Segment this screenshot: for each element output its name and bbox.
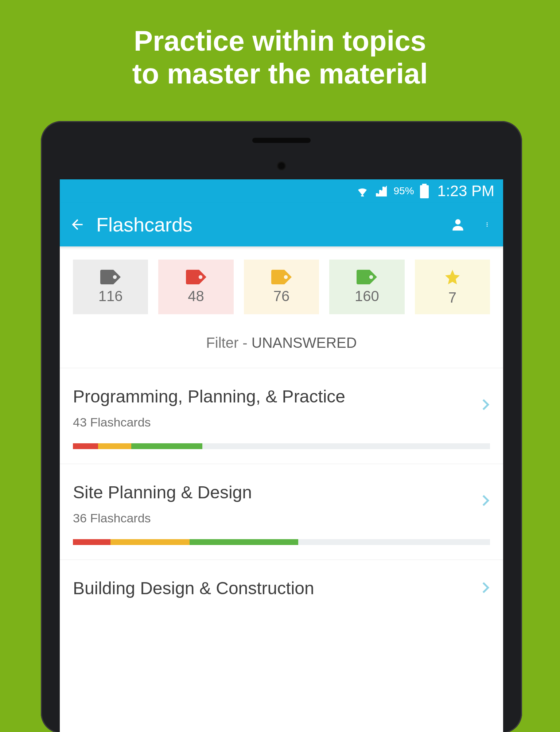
svg-rect-0 xyxy=(420,185,429,198)
tablet-camera xyxy=(277,161,286,171)
progress-yellow xyxy=(98,443,132,449)
topic-item[interactable]: Site Planning & Design 36 Flashcards xyxy=(60,464,503,560)
filter-count: 116 xyxy=(98,288,123,304)
tablet-frame: 95% 1:23 PM Flashcards 116 48 76 xyxy=(41,121,522,732)
promo-headline: Practice within topics to master the mat… xyxy=(0,0,560,90)
svg-point-3 xyxy=(487,222,488,223)
back-icon[interactable] xyxy=(69,217,85,233)
chevron-right-icon xyxy=(478,397,493,412)
tag-icon xyxy=(186,270,206,284)
filter-count: 7 xyxy=(448,289,456,306)
filter-tiles: 116 48 76 160 7 xyxy=(60,246,503,325)
progress-green xyxy=(131,443,202,449)
topic-item[interactable]: Building Design & Construction xyxy=(60,560,503,613)
tag-icon xyxy=(271,270,292,284)
topic-item[interactable]: Programming, Planning, & Practice 43 Fla… xyxy=(60,368,503,464)
filter-count: 48 xyxy=(188,288,204,304)
filter-tile-starred[interactable]: 7 xyxy=(415,260,490,314)
filter-count: 160 xyxy=(355,288,379,304)
topic-title: Site Planning & Design xyxy=(73,482,490,502)
topic-title: Programming, Planning, & Practice xyxy=(73,386,490,406)
filter-tile-unanswered[interactable]: 116 xyxy=(73,260,148,314)
star-icon xyxy=(443,268,462,286)
tablet-notch xyxy=(252,138,311,143)
topic-subtitle: 43 Flashcards xyxy=(73,415,490,429)
tag-icon xyxy=(100,270,121,284)
filter-label: Filter - UNANSWERED xyxy=(60,325,503,368)
progress-red xyxy=(73,443,98,449)
status-bar: 95% 1:23 PM xyxy=(60,179,503,203)
progress-bar xyxy=(73,443,490,449)
progress-green xyxy=(190,539,298,545)
chevron-right-icon xyxy=(478,580,493,595)
svg-point-5 xyxy=(487,226,488,227)
more-icon[interactable] xyxy=(486,217,491,233)
signal-icon xyxy=(375,184,388,198)
svg-point-4 xyxy=(487,224,488,225)
svg-point-8 xyxy=(284,275,288,279)
progress-yellow xyxy=(110,539,190,545)
topic-subtitle: 36 Flashcards xyxy=(73,511,490,525)
progress-red xyxy=(73,539,110,545)
progress-bar xyxy=(73,539,490,545)
topic-title: Building Design & Construction xyxy=(73,578,490,598)
status-time: 1:23 PM xyxy=(438,182,494,200)
svg-point-9 xyxy=(369,275,373,279)
svg-rect-1 xyxy=(422,184,427,185)
svg-point-2 xyxy=(455,219,461,225)
chevron-right-icon xyxy=(478,493,493,508)
battery-icon xyxy=(420,184,429,198)
filter-tile-red[interactable]: 48 xyxy=(158,260,233,314)
svg-point-7 xyxy=(198,275,202,279)
svg-point-6 xyxy=(113,275,117,279)
app-bar: Flashcards xyxy=(60,203,503,246)
tag-icon xyxy=(357,270,377,284)
filter-count: 76 xyxy=(273,288,290,304)
profile-icon[interactable] xyxy=(450,217,466,233)
app-screen: 95% 1:23 PM Flashcards 116 48 76 xyxy=(60,179,503,732)
battery-percent: 95% xyxy=(394,185,414,197)
page-title: Flashcards xyxy=(96,213,439,236)
wifi-icon xyxy=(356,184,369,198)
filter-tile-green[interactable]: 160 xyxy=(329,260,404,314)
status-icons: 95% xyxy=(356,184,429,198)
filter-tile-yellow[interactable]: 76 xyxy=(244,260,319,314)
